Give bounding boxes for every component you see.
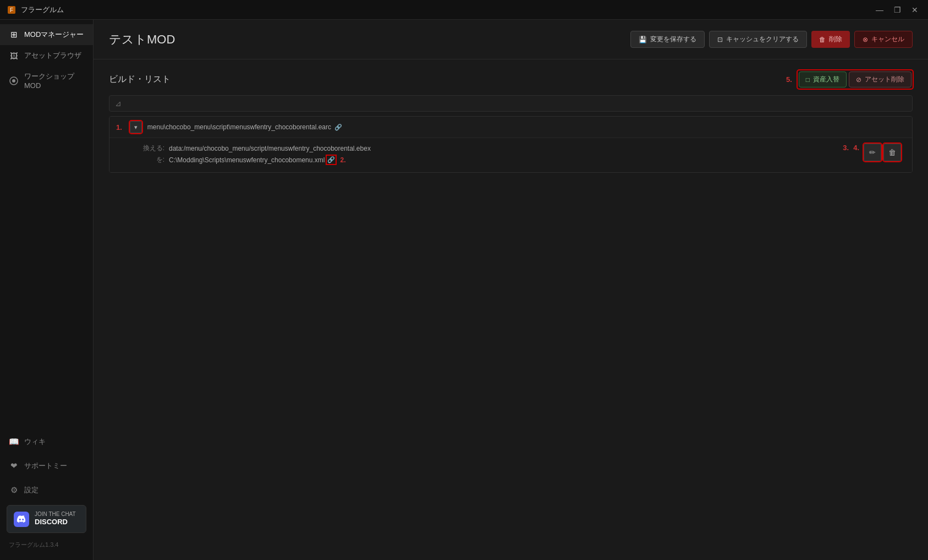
replace-to-value-group: C:\Modding\Scripts\menuswfentry_chocobom… (169, 156, 345, 164)
import-button[interactable]: □ 資産入替 (799, 72, 847, 87)
steam-icon (9, 76, 19, 86)
sidebar-settings-label: 設定 (24, 485, 39, 495)
discord-banner[interactable]: JOIN THE CHAT DISCORD (7, 505, 86, 533)
step2-label: 2. (340, 156, 345, 164)
sidebar-item-support[interactable]: ❤ サポートミー (7, 457, 86, 475)
version-label: フラーグルム1.3.4 (7, 539, 86, 553)
filter-bar: ⊿ (109, 95, 913, 112)
sidebar-item-mod-manager-label: MODマネージャー (24, 30, 84, 40)
replace-to-value: C:\Modding\Scripts\menuswfentry_chocobom… (169, 156, 325, 164)
svg-text:F: F (10, 7, 13, 13)
delete-item-button[interactable]: 🗑 (883, 144, 901, 161)
minimize-button[interactable]: — (873, 3, 886, 17)
sidebar-nav: ⊞ MODマネージャー 🖼 アセットブラウザ ワークショップMOD (0, 20, 93, 426)
chevron-down-icon: ▾ (134, 124, 138, 131)
import-remove-group: □ 資産入替 ⊘ アセット削除 (798, 70, 913, 89)
replace-to-label: を: (137, 155, 164, 164)
sidebar-item-workshop-label: ワークショップMOD (24, 72, 84, 90)
step5-label: 5. (786, 75, 792, 84)
detail-rows: 換える: data:/menu/chocobo_menu/script/menu… (137, 144, 843, 167)
sidebar-wiki-label: ウィキ (24, 437, 46, 447)
import-label: 資産入替 (813, 75, 839, 84)
filter-icon: ⊿ (115, 99, 122, 108)
build-item-details: 換える: data:/menu/chocobo_menu/script/menu… (109, 138, 912, 172)
image-icon: 🖼 (9, 51, 19, 61)
section-header: ビルド・リスト 5. □ 資産入替 ⊘ アセット削除 (109, 70, 913, 89)
build-item: 1. ▾ menu\chocobo_menu\script\menuswfent… (109, 117, 912, 172)
page-title: テストMOD (109, 31, 175, 48)
cancel-icon: ⊗ (863, 36, 868, 43)
build-item-header[interactable]: 1. ▾ menu\chocobo_menu\script\menuswfent… (109, 117, 912, 138)
step4-label: 4. (853, 144, 859, 161)
replace-from-label: 換える: (137, 144, 164, 153)
sidebar-item-settings[interactable]: ⚙ 設定 (7, 481, 86, 499)
window-controls: — ❐ ✕ (873, 3, 921, 17)
file-link-icon[interactable]: 🔗 (327, 156, 336, 164)
clear-cache-icon: ⊡ (717, 36, 723, 43)
remove-asset-label: アセット削除 (865, 75, 904, 84)
page-header: テストMOD 💾 変更を保存する ⊡ キャッシュをクリアする 🗑 削除 ⊗ キャ… (94, 20, 928, 59)
cancel-button[interactable]: ⊗ キャンセル (854, 31, 913, 48)
heart-icon: ❤ (9, 461, 19, 471)
step3-label: 3. (843, 144, 849, 161)
pencil-icon: ✏ (869, 148, 876, 157)
section-title: ビルド・リスト (109, 74, 171, 85)
sidebar-item-asset-browser-label: アセットブラウザ (24, 51, 81, 61)
delete-label: 削除 (829, 35, 842, 44)
app-body: ⊞ MODマネージャー 🖼 アセットブラウザ ワークショップMOD 📖 (0, 20, 928, 560)
discord-text: JOIN THE CHAT DISCORD (35, 511, 76, 527)
book-icon: 📖 (9, 437, 19, 447)
maximize-button[interactable]: ❐ (891, 3, 904, 17)
replace-to-row: を: C:\Modding\Scripts\menuswfentry_choco… (137, 155, 843, 164)
save-icon: 💾 (639, 36, 647, 43)
trash-icon: 🗑 (888, 148, 896, 157)
sidebar-item-asset-browser[interactable]: 🖼 アセットブラウザ (0, 45, 93, 66)
delete-button[interactable]: 🗑 削除 (811, 31, 850, 48)
cancel-label: キャンセル (871, 35, 904, 44)
remove-asset-icon: ⊘ (856, 76, 861, 84)
save-button[interactable]: 💾 変更を保存する (630, 31, 705, 48)
clear-cache-label: キャッシュをクリアする (726, 35, 799, 44)
build-item-actions: 3. 4. ✏ 🗑 (843, 144, 901, 161)
svg-point-3 (12, 79, 15, 83)
page-body: ビルド・リスト 5. □ 資産入替 ⊘ アセット削除 (94, 59, 928, 560)
replace-from-value: data:/menu/chocobo_menu/script/menuswfen… (169, 145, 371, 152)
replace-from-row: 換える: data:/menu/chocobo_menu/script/menu… (137, 144, 843, 153)
discord-top-line: JOIN THE CHAT (35, 511, 76, 518)
titlebar: F フラーグルム — ❐ ✕ (0, 0, 928, 20)
sidebar-item-workshop-mod[interactable]: ワークショップMOD (0, 66, 93, 95)
edit-button[interactable]: ✏ (864, 144, 881, 161)
collapse-button[interactable]: ▾ (130, 121, 142, 133)
sidebar-bottom: 📖 ウィキ ❤ サポートミー ⚙ 設定 JOIN THE CHAT (0, 426, 93, 560)
header-actions: 💾 変更を保存する ⊡ キャッシュをクリアする 🗑 削除 ⊗ キャンセル (630, 31, 913, 48)
save-label: 変更を保存する (650, 35, 696, 44)
build-list: 1. ▾ menu\chocobo_menu\script\menuswfent… (109, 116, 913, 173)
app-title: フラーグルム (21, 5, 64, 15)
gear-icon: ⚙ (9, 485, 19, 495)
discord-bottom-line: DISCORD (35, 518, 76, 527)
external-link-icon[interactable]: 🔗 (334, 124, 342, 131)
sidebar-item-mod-manager[interactable]: ⊞ MODマネージャー (0, 24, 93, 45)
clear-cache-button[interactable]: ⊡ キャッシュをクリアする (709, 31, 807, 48)
remove-asset-button[interactable]: ⊘ アセット削除 (849, 72, 911, 87)
sidebar-item-wiki[interactable]: 📖 ウィキ (7, 432, 86, 451)
section-actions: 5. □ 資産入替 ⊘ アセット削除 (786, 70, 913, 89)
grid-icon: ⊞ (9, 30, 19, 40)
import-icon: □ (806, 76, 810, 84)
delete-icon: 🗑 (819, 36, 826, 43)
sidebar: ⊞ MODマネージャー 🖼 アセットブラウザ ワークショップMOD 📖 (0, 20, 94, 560)
edit-delete-group: ✏ 🗑 (864, 144, 901, 161)
sidebar-support-label: サポートミー (24, 461, 67, 471)
app-icon: F (7, 5, 17, 15)
main-content: テストMOD 💾 変更を保存する ⊡ キャッシュをクリアする 🗑 削除 ⊗ キャ… (94, 20, 928, 560)
step1-label: 1. (116, 123, 122, 131)
discord-logo-icon (14, 512, 29, 527)
close-button[interactable]: ✕ (908, 3, 921, 17)
build-item-path: menu\chocobo_menu\script\menuswfentry_ch… (147, 123, 342, 131)
path-text: menu\chocobo_menu\script\menuswfentry_ch… (147, 123, 331, 131)
